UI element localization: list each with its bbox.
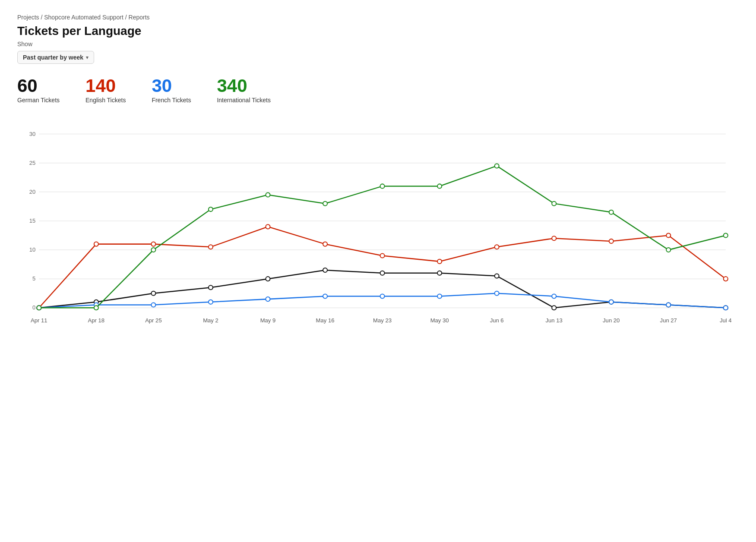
svg-point-48 [495, 245, 499, 249]
french-label: French Tickets [152, 97, 191, 104]
svg-point-67 [94, 306, 98, 310]
svg-point-71 [323, 202, 327, 206]
period-selector[interactable]: Past quarter by week ▾ [17, 51, 94, 64]
svg-point-72 [380, 184, 385, 189]
svg-point-36 [552, 306, 556, 310]
svg-text:25: 25 [29, 160, 36, 166]
svg-text:May 23: May 23 [373, 318, 392, 324]
svg-point-33 [380, 271, 385, 275]
svg-point-61 [495, 291, 499, 296]
svg-text:15: 15 [29, 217, 36, 224]
svg-text:Jun 27: Jun 27 [660, 318, 677, 324]
line-chart: 051015202530Apr 11Apr 18Apr 25May 2May 9… [17, 117, 739, 333]
svg-point-58 [323, 294, 327, 299]
svg-point-76 [609, 210, 614, 214]
svg-point-62 [552, 294, 556, 299]
french-number: 30 [152, 76, 191, 96]
svg-text:May 16: May 16 [316, 318, 335, 324]
show-label: Show [17, 41, 739, 47]
svg-point-66 [37, 306, 41, 310]
svg-point-75 [552, 202, 556, 206]
svg-point-73 [437, 184, 442, 189]
english-label: English Tickets [85, 97, 126, 104]
svg-point-29 [151, 291, 155, 296]
svg-point-41 [94, 242, 98, 246]
svg-point-77 [666, 248, 671, 252]
svg-text:Apr 18: Apr 18 [88, 318, 105, 324]
international-label: International Tickets [217, 97, 271, 104]
stat-german: 60 German Tickets [17, 76, 60, 104]
svg-point-63 [609, 300, 614, 304]
svg-text:May 30: May 30 [430, 318, 449, 324]
svg-point-69 [209, 207, 213, 211]
svg-point-42 [151, 242, 155, 246]
stats-row: 60 German Tickets 140 English Tickets 30… [17, 76, 739, 104]
svg-text:Apr 25: Apr 25 [145, 318, 162, 324]
stat-english: 140 English Tickets [85, 76, 126, 104]
svg-point-35 [495, 274, 499, 278]
svg-point-70 [266, 193, 270, 197]
svg-text:Apr 11: Apr 11 [31, 318, 47, 324]
svg-point-74 [495, 164, 499, 168]
svg-point-43 [209, 245, 213, 249]
svg-point-34 [437, 271, 442, 275]
chevron-down-icon: ▾ [86, 55, 89, 60]
svg-point-68 [151, 248, 155, 252]
svg-point-78 [724, 233, 728, 238]
svg-text:May 2: May 2 [203, 318, 218, 324]
svg-point-60 [437, 294, 442, 299]
international-number: 340 [217, 76, 271, 96]
period-label: Past quarter by week [23, 54, 83, 61]
svg-point-31 [266, 277, 270, 281]
svg-text:May 9: May 9 [260, 318, 276, 324]
german-number: 60 [17, 76, 60, 96]
svg-text:Jun 20: Jun 20 [603, 318, 620, 324]
svg-text:Jun 13: Jun 13 [546, 318, 563, 324]
svg-point-64 [666, 303, 671, 307]
breadcrumb: Projects / Shopcore Automated Support / … [17, 14, 739, 21]
svg-text:30: 30 [29, 131, 36, 137]
svg-text:Jun 6: Jun 6 [490, 318, 504, 324]
svg-text:5: 5 [32, 275, 35, 282]
svg-text:Jul 4: Jul 4 [720, 318, 732, 324]
svg-point-46 [380, 254, 385, 258]
page-title: Tickets per Language [17, 24, 739, 38]
svg-text:0: 0 [32, 304, 35, 311]
chart-container: 051015202530Apr 11Apr 18Apr 25May 2May 9… [17, 117, 739, 335]
svg-text:10: 10 [29, 246, 36, 253]
svg-point-56 [209, 300, 213, 304]
stat-french: 30 French Tickets [152, 76, 191, 104]
svg-point-49 [552, 236, 556, 240]
svg-point-45 [323, 242, 327, 246]
svg-point-59 [380, 294, 385, 299]
stat-international: 340 International Tickets [217, 76, 271, 104]
svg-text:20: 20 [29, 189, 36, 195]
svg-point-44 [266, 225, 270, 229]
svg-point-57 [266, 297, 270, 301]
svg-point-65 [724, 306, 728, 310]
svg-point-32 [323, 268, 327, 272]
svg-point-50 [609, 239, 614, 243]
german-label: German Tickets [17, 97, 60, 104]
svg-point-52 [724, 277, 728, 281]
svg-point-47 [437, 259, 442, 264]
svg-point-55 [151, 303, 155, 307]
svg-point-51 [666, 233, 671, 238]
svg-point-30 [209, 285, 213, 290]
english-number: 140 [85, 76, 126, 96]
